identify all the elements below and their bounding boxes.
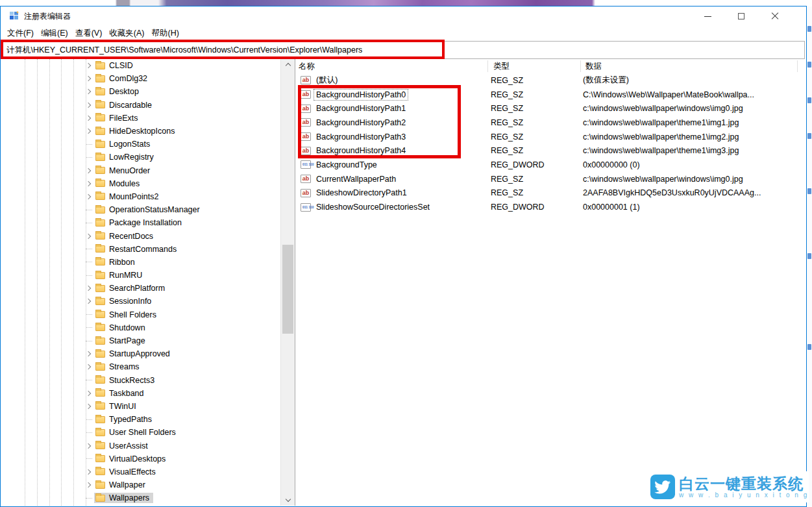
tree-item[interactable]: Taskband — [1, 387, 280, 400]
expand-chevron-icon[interactable] — [83, 205, 94, 214]
expand-chevron-icon[interactable] — [83, 284, 94, 293]
expand-chevron-icon[interactable] — [83, 245, 94, 254]
expand-chevron-icon[interactable] — [83, 310, 94, 319]
tree-item[interactable]: SearchPlatform — [1, 282, 280, 295]
scroll-down-icon[interactable] — [281, 495, 295, 506]
list-header: 名称 类型 数据 — [296, 59, 806, 73]
expand-chevron-icon[interactable] — [83, 323, 94, 332]
tree-item[interactable]: Modules — [1, 177, 280, 190]
expand-chevron-icon[interactable] — [83, 101, 94, 110]
tree-item[interactable]: Discardable — [1, 99, 280, 112]
window-title: 注册表编辑器 — [24, 11, 71, 22]
expand-chevron-icon[interactable] — [83, 428, 94, 437]
registry-tree-pane[interactable]: CLSID ComDlg32 Desktop Discardable FileE… — [1, 59, 295, 506]
registry-value-row[interactable]: BackgroundType REG_DWORD 0x00000000 (0) — [296, 158, 806, 172]
tree-item[interactable]: TWinUI — [1, 400, 280, 413]
tree-item[interactable]: Wallpaper — [1, 478, 280, 491]
close-button[interactable] — [758, 6, 792, 26]
tree-item[interactable]: CLSID — [1, 59, 280, 72]
tree-item-label: Wallpaper — [109, 480, 145, 489]
menu-favorites[interactable]: 收藏夹(A) — [109, 28, 144, 39]
expand-chevron-icon[interactable] — [83, 114, 94, 123]
expand-chevron-icon[interactable] — [83, 218, 94, 227]
value-data: C:\Windows\Web\Wallpaper\MateBook\wallpa… — [583, 90, 806, 99]
menu-help[interactable]: 帮助(H) — [151, 28, 178, 39]
tree-item[interactable]: StuckRects3 — [1, 374, 280, 387]
tree-item[interactable]: ComDlg32 — [1, 72, 280, 85]
scrollbar-thumb[interactable] — [282, 245, 293, 334]
tree-item[interactable]: RunMRU — [1, 269, 280, 282]
column-header-name[interactable]: 名称 — [296, 61, 491, 72]
titlebar[interactable]: 注册表编辑器 — [1, 6, 806, 26]
tree-item[interactable]: RestartCommands — [1, 243, 280, 256]
expand-chevron-icon[interactable] — [83, 349, 94, 358]
column-separator[interactable] — [487, 60, 488, 72]
scroll-up-icon[interactable] — [281, 59, 295, 70]
tree-item[interactable]: StartPage — [1, 334, 280, 347]
tree-item[interactable]: User Shell Folders — [1, 426, 280, 439]
tree-item[interactable]: MenuOrder — [1, 164, 280, 177]
expand-chevron-icon[interactable] — [83, 389, 94, 398]
tree-item[interactable]: Package Installation — [1, 216, 280, 229]
tree-item[interactable]: FileExts — [1, 112, 280, 125]
tree-item[interactable]: RecentDocs — [1, 229, 280, 242]
tree-item[interactable]: UserAssist — [1, 439, 280, 452]
tree-item[interactable]: LowRegistry — [1, 151, 280, 164]
tree-item[interactable]: Ribbon — [1, 256, 280, 269]
column-header-type[interactable]: 类型 — [491, 61, 583, 72]
tree-item[interactable]: HideDesktopIcons — [1, 125, 280, 138]
registry-value-row[interactable]: CurrentWallpaperPath REG_SZ c:\windows\w… — [296, 172, 806, 186]
expand-chevron-icon[interactable] — [83, 336, 94, 345]
expand-chevron-icon[interactable] — [83, 402, 94, 411]
tree-item[interactable]: Shutdown — [1, 321, 280, 334]
expand-chevron-icon[interactable] — [83, 467, 94, 476]
expand-chevron-icon[interactable] — [83, 87, 94, 96]
registry-value-row[interactable]: SlideshowDirectoryPath1 REG_SZ 2AAFA8BVI… — [296, 186, 806, 201]
tree-item[interactable]: LogonStats — [1, 138, 280, 151]
expand-chevron-icon[interactable] — [83, 74, 94, 83]
tree-item[interactable]: Shell Folders — [1, 308, 280, 321]
expand-chevron-icon[interactable] — [83, 179, 94, 188]
expand-chevron-icon[interactable] — [83, 362, 94, 371]
menu-file[interactable]: 文件(F) — [7, 28, 34, 39]
expand-chevron-icon[interactable] — [83, 61, 94, 70]
expand-chevron-icon[interactable] — [83, 493, 94, 502]
tree-item-label: User Shell Folders — [109, 428, 176, 437]
menu-view[interactable]: 查看(V) — [75, 28, 103, 39]
tree-item[interactable]: VirtualDesktops — [1, 452, 280, 465]
tree-scrollbar[interactable] — [280, 59, 295, 506]
watermark-url: w w w . b a i y u n x i t o n g . c o m — [679, 491, 812, 499]
expand-chevron-icon[interactable] — [83, 441, 94, 451]
tree-item[interactable]: SessionInfo — [1, 295, 280, 308]
column-separator[interactable] — [797, 60, 798, 72]
expand-chevron-icon[interactable] — [83, 192, 94, 201]
expand-chevron-icon[interactable] — [83, 454, 94, 464]
registry-value-row[interactable]: SlideshowSourceDirectoriesSet REG_DWORD … — [296, 200, 806, 214]
expand-chevron-icon[interactable] — [83, 166, 94, 175]
tree-item-label: LowRegistry — [109, 153, 154, 162]
expand-chevron-icon[interactable] — [83, 232, 94, 241]
menu-edit[interactable]: 编辑(E) — [41, 28, 68, 39]
tree-item[interactable]: Streams — [1, 360, 280, 373]
tree-item[interactable]: Desktop — [1, 85, 280, 98]
value-type: REG_SZ — [491, 132, 583, 142]
expand-chevron-icon[interactable] — [83, 258, 94, 267]
expand-chevron-icon[interactable] — [83, 271, 94, 280]
expand-chevron-icon[interactable] — [83, 297, 94, 306]
tree-item[interactable]: MountPoints2 — [1, 190, 280, 203]
tree-item[interactable]: Wallpapers — [1, 491, 280, 504]
maximize-button[interactable] — [724, 6, 758, 26]
column-separator[interactable] — [580, 60, 581, 72]
expand-chevron-icon[interactable] — [83, 376, 94, 385]
tree-item[interactable]: VisualEffects — [1, 465, 280, 478]
tree-item[interactable]: TypedPaths — [1, 413, 280, 426]
expand-chevron-icon[interactable] — [83, 140, 94, 149]
expand-chevron-icon[interactable] — [83, 415, 94, 424]
tree-item[interactable]: StartupApproved — [1, 347, 280, 360]
tree-item[interactable]: OperationStatusManager — [1, 203, 280, 216]
minimize-button[interactable] — [691, 6, 724, 26]
expand-chevron-icon[interactable] — [83, 127, 94, 136]
expand-chevron-icon[interactable] — [83, 480, 94, 489]
expand-chevron-icon[interactable] — [83, 153, 94, 162]
column-header-data[interactable]: 数据 — [583, 61, 806, 72]
